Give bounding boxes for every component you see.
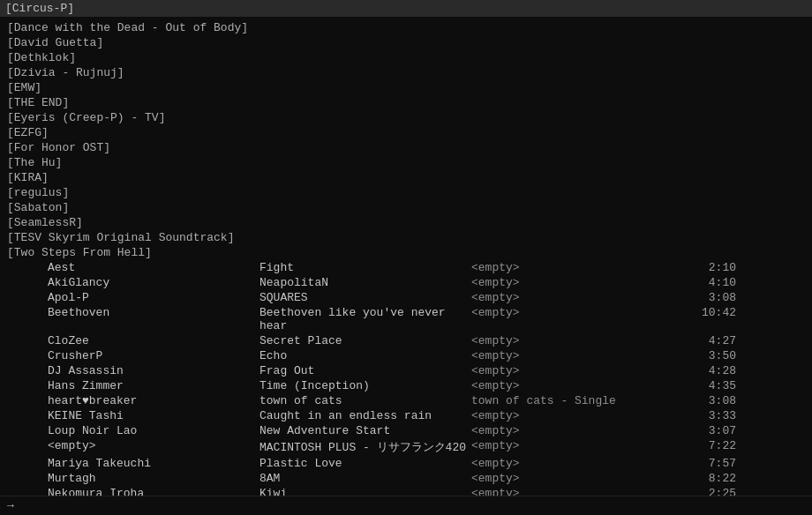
track-album: <empty>	[471, 439, 648, 455]
group-item[interactable]: [EZFG]	[0, 125, 812, 140]
tracks-list: AestFight<empty>2:10AkiGlancyNeapolitaN<…	[0, 260, 812, 515]
track-duration: 3:33	[648, 409, 736, 422]
group-item[interactable]: [Eyeris (Creep-P) - TV]	[0, 110, 812, 125]
track-title: MACINTOSH PLUS - リサフランク420	[259, 439, 471, 455]
track-title: Plastic Love	[259, 457, 471, 470]
track-album: <empty>	[471, 349, 648, 362]
group-item[interactable]: [EMW]	[0, 80, 812, 95]
track-artist: AkiGlancy	[48, 276, 259, 289]
track-album: <empty>	[471, 306, 648, 332]
table-row[interactable]: AkiGlancyNeapolitaN<empty>4:10	[0, 275, 812, 290]
track-duration: 3:50	[648, 349, 736, 362]
track-artist: <empty>	[48, 439, 259, 455]
track-album: <empty>	[471, 261, 648, 274]
table-row[interactable]: Loup Noir LaoNew Adventure Start<empty>3…	[0, 423, 812, 438]
track-artist: Aest	[48, 261, 259, 274]
track-album: <empty>	[471, 472, 648, 485]
table-row[interactable]: Mariya TakeuchiPlastic Love<empty>7:57	[0, 456, 812, 471]
track-duration: 4:10	[648, 276, 736, 289]
track-artist: KEINE Tashi	[48, 409, 259, 422]
track-album: town of cats - Single	[471, 394, 648, 407]
track-title: Time (Inception)	[259, 379, 471, 392]
table-row[interactable]: <empty>MACINTOSH PLUS - リサフランク420<empty>…	[0, 438, 812, 456]
group-item[interactable]: [The Hu]	[0, 155, 812, 170]
track-album: <empty>	[471, 334, 648, 347]
track-artist: Loup Noir Lao	[48, 424, 259, 437]
track-duration: 8:22	[648, 472, 736, 485]
group-item[interactable]: [For Honor OST]	[0, 140, 812, 155]
track-title: Frag Out	[259, 364, 471, 377]
track-artist: CrusherP	[48, 349, 259, 362]
table-row[interactable]: CrusherPEcho<empty>3:50	[0, 348, 812, 363]
group-item[interactable]: [Two Steps From Hell]	[0, 245, 812, 260]
track-title: Fight	[259, 261, 471, 274]
track-album: <empty>	[471, 364, 648, 377]
group-item[interactable]: [SeamlessR]	[0, 215, 812, 230]
track-album: <empty>	[471, 276, 648, 289]
groups-list: [Dance with the Dead - Out of Body][Davi…	[0, 20, 812, 260]
table-row[interactable]: KEINE TashiCaught in an endless rain<emp…	[0, 408, 812, 423]
track-artist: Mariya Takeuchi	[48, 457, 259, 470]
track-duration: 4:35	[648, 379, 736, 392]
track-title: Echo	[259, 349, 471, 362]
group-item[interactable]: [Dethklok]	[0, 50, 812, 65]
track-title: New Adventure Start	[259, 424, 471, 437]
arrow-icon: →	[7, 499, 14, 512]
table-row[interactable]: heart♥breakertown of catstown of cats - …	[0, 393, 812, 408]
track-artist: CloZee	[48, 334, 259, 347]
group-item[interactable]: [THE END]	[0, 95, 812, 110]
track-album: <empty>	[471, 409, 648, 422]
table-row[interactable]: DJ AssassinFrag Out<empty>4:28	[0, 363, 812, 378]
track-title: Caught in an endless rain	[259, 409, 471, 422]
track-duration: 2:10	[648, 261, 736, 274]
track-duration: 4:28	[648, 364, 736, 377]
table-row[interactable]: Murtagh8AM<empty>8:22	[0, 471, 812, 486]
track-album: <empty>	[471, 379, 648, 392]
track-title: town of cats	[259, 394, 471, 407]
track-duration: 7:22	[648, 439, 736, 455]
table-row[interactable]: BeethovenBeethoven like you've never hea…	[0, 305, 812, 333]
track-duration: 7:57	[648, 457, 736, 470]
group-item[interactable]: [TESV Skyrim Original Soundtrack]	[0, 230, 812, 245]
track-duration: 3:07	[648, 424, 736, 437]
track-title: NeapolitaN	[259, 276, 471, 289]
table-row[interactable]: Hans ZimmerTime (Inception)<empty>4:35	[0, 378, 812, 393]
track-duration: 3:08	[648, 394, 736, 407]
group-item[interactable]: [David Guetta]	[0, 35, 812, 50]
track-title: Secret Place	[259, 334, 471, 347]
track-album: <empty>	[471, 291, 648, 304]
title-bar: [Circus-P]	[0, 0, 812, 17]
table-row[interactable]: AestFight<empty>2:10	[0, 260, 812, 275]
group-item[interactable]: [Sabaton]	[0, 200, 812, 215]
track-artist: DJ Assassin	[48, 364, 259, 377]
track-album: <empty>	[471, 457, 648, 470]
track-duration: 3:08	[648, 291, 736, 304]
bottom-bar: →	[0, 496, 812, 515]
track-artist: Apol-P	[48, 291, 259, 304]
track-artist: Murtagh	[48, 472, 259, 485]
track-title: 8AM	[259, 472, 471, 485]
track-artist: Beethoven	[48, 306, 259, 332]
track-title: SQUARES	[259, 291, 471, 304]
window-title: [Circus-P]	[5, 2, 74, 15]
content: [Dance with the Dead - Out of Body][Davi…	[0, 17, 812, 515]
group-item[interactable]: [regulus]	[0, 185, 812, 200]
table-row[interactable]: Apol-PSQUARES<empty>3:08	[0, 290, 812, 305]
track-title: Beethoven like you've never hear	[259, 306, 471, 332]
track-album: <empty>	[471, 424, 648, 437]
track-duration: 10:42	[648, 306, 736, 332]
track-artist: heart♥breaker	[48, 394, 259, 407]
group-item[interactable]: [KIRA]	[0, 170, 812, 185]
track-duration: 4:27	[648, 334, 736, 347]
table-row[interactable]: CloZeeSecret Place<empty>4:27	[0, 333, 812, 348]
group-item[interactable]: [Dzivia - Rujnuj]	[0, 65, 812, 80]
track-artist: Hans Zimmer	[48, 379, 259, 392]
group-item[interactable]: [Dance with the Dead - Out of Body]	[0, 20, 812, 35]
